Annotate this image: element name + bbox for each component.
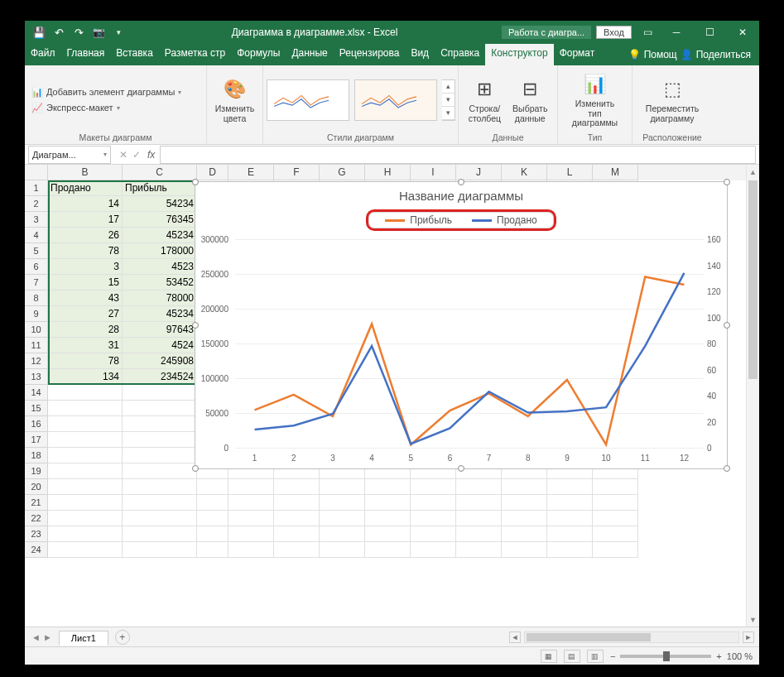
col-header[interactable]: K	[502, 165, 547, 180]
cell[interactable]	[593, 526, 638, 542]
share-button[interactable]: 👤Поделиться	[681, 49, 751, 60]
cell[interactable]	[274, 526, 320, 542]
undo-icon[interactable]: ↶	[50, 23, 68, 41]
cell[interactable]	[48, 448, 123, 463]
cell[interactable]	[197, 526, 228, 542]
cell[interactable]	[547, 511, 593, 526]
tab-вид[interactable]: Вид	[405, 44, 435, 65]
row-header[interactable]: 13	[25, 369, 48, 385]
cell[interactable]	[365, 495, 411, 511]
page-break-view-button[interactable]: ▥	[587, 650, 604, 663]
cell[interactable]	[365, 542, 411, 558]
redo-icon[interactable]: ↷	[70, 23, 88, 41]
cell[interactable]	[123, 448, 197, 463]
horizontal-scrollbar[interactable]	[524, 631, 739, 643]
cell[interactable]: 97643	[123, 322, 197, 338]
tab-главная[interactable]: Главная	[61, 44, 111, 65]
row-header[interactable]: 20	[25, 479, 48, 495]
close-button[interactable]: ✕	[726, 21, 759, 44]
sheet-tab[interactable]: Лист1	[59, 631, 108, 646]
cell[interactable]	[456, 542, 502, 558]
cell[interactable]	[123, 511, 197, 526]
zoom-slider[interactable]	[620, 655, 711, 658]
hscroll-left-icon[interactable]: ◄	[509, 631, 521, 643]
cell[interactable]	[197, 495, 228, 511]
chart-title[interactable]: Название диаграммы	[195, 182, 727, 206]
cell[interactable]: 54234	[123, 196, 197, 212]
cell[interactable]	[456, 479, 502, 495]
cell[interactable]	[502, 526, 547, 542]
row-header[interactable]: 5	[25, 243, 48, 259]
cell[interactable]: 45234	[123, 306, 197, 322]
tab-конструктор[interactable]: Конструктор	[485, 44, 553, 65]
cancel-icon[interactable]: ✕	[119, 149, 127, 161]
cell[interactable]: 234524	[123, 369, 197, 385]
cell[interactable]: 3	[48, 259, 123, 275]
cell[interactable]	[48, 416, 123, 432]
row-header[interactable]: 24	[25, 542, 48, 558]
row-header[interactable]: 4	[25, 228, 48, 243]
cell[interactable]: 4523	[123, 259, 197, 275]
ribbon-options-icon[interactable]: ▭	[635, 26, 660, 38]
row-header[interactable]: 10	[25, 322, 48, 338]
cell[interactable]	[48, 385, 123, 401]
login-button[interactable]: Вход	[596, 26, 632, 39]
row-header[interactable]: 19	[25, 463, 48, 479]
row-header[interactable]: 9	[25, 306, 48, 322]
row-header[interactable]: 21	[25, 495, 48, 511]
add-chart-element-button[interactable]: 📊Добавить элемент диаграммы▾	[31, 87, 181, 98]
resize-handle[interactable]	[192, 465, 199, 472]
cell[interactable]	[547, 495, 593, 511]
tab-рецензирова[interactable]: Рецензирова	[334, 44, 406, 65]
cell[interactable]	[456, 526, 502, 542]
cell[interactable]: 4524	[123, 338, 197, 353]
cell[interactable]	[365, 526, 411, 542]
cell[interactable]	[197, 511, 228, 526]
col-header[interactable]: E	[228, 165, 274, 180]
cell[interactable]	[123, 385, 197, 401]
cell[interactable]	[48, 511, 123, 526]
camera-icon[interactable]: 📷	[89, 23, 108, 41]
cell[interactable]	[123, 495, 197, 511]
resize-handle[interactable]	[458, 465, 464, 472]
resize-handle[interactable]	[724, 179, 730, 185]
formula-input[interactable]	[160, 146, 756, 164]
cell[interactable]	[48, 401, 123, 416]
cell[interactable]	[48, 495, 123, 511]
fx-icon[interactable]: fx	[147, 149, 160, 161]
cell[interactable]	[123, 416, 197, 432]
cell[interactable]	[48, 463, 123, 479]
zoom-level[interactable]: 100 %	[727, 651, 753, 661]
cell[interactable]	[502, 479, 547, 495]
col-header[interactable]: M	[593, 165, 638, 180]
zoom-control[interactable]: − + 100 %	[610, 651, 753, 661]
change-chart-type-button[interactable]: 📊Изменить тип диаграммы	[565, 70, 625, 130]
cell[interactable]: 78000	[123, 290, 197, 306]
cell[interactable]	[411, 542, 456, 558]
tab-вставка[interactable]: Вставка	[110, 44, 159, 65]
cell[interactable]	[320, 495, 365, 511]
scroll-thumb[interactable]	[748, 180, 758, 379]
cell[interactable]	[228, 495, 274, 511]
row-header[interactable]: 22	[25, 511, 48, 526]
row-header[interactable]: 16	[25, 416, 48, 432]
cell[interactable]	[320, 526, 365, 542]
cell[interactable]: 26	[48, 228, 123, 243]
cell[interactable]: 178000	[123, 243, 197, 259]
cell[interactable]	[456, 511, 502, 526]
cell[interactable]	[502, 542, 547, 558]
tab-формат[interactable]: Формат	[554, 44, 601, 65]
row-header[interactable]: 1	[25, 180, 48, 196]
scroll-up-icon[interactable]: ▲	[747, 166, 759, 179]
enter-icon[interactable]: ✓	[132, 149, 141, 161]
cell[interactable]: 76345	[123, 212, 197, 228]
resize-handle[interactable]	[192, 179, 199, 185]
change-colors-button[interactable]: 🎨Изменить цвета	[212, 74, 257, 125]
cell[interactable]: Прибыль	[123, 180, 197, 196]
col-header[interactable]: B	[48, 165, 123, 180]
cell[interactable]: 45234	[123, 228, 197, 243]
tab-разметка стр[interactable]: Разметка стр	[159, 44, 231, 65]
cell[interactable]	[320, 511, 365, 526]
col-header[interactable]: H	[365, 165, 411, 180]
cell[interactable]	[411, 526, 456, 542]
